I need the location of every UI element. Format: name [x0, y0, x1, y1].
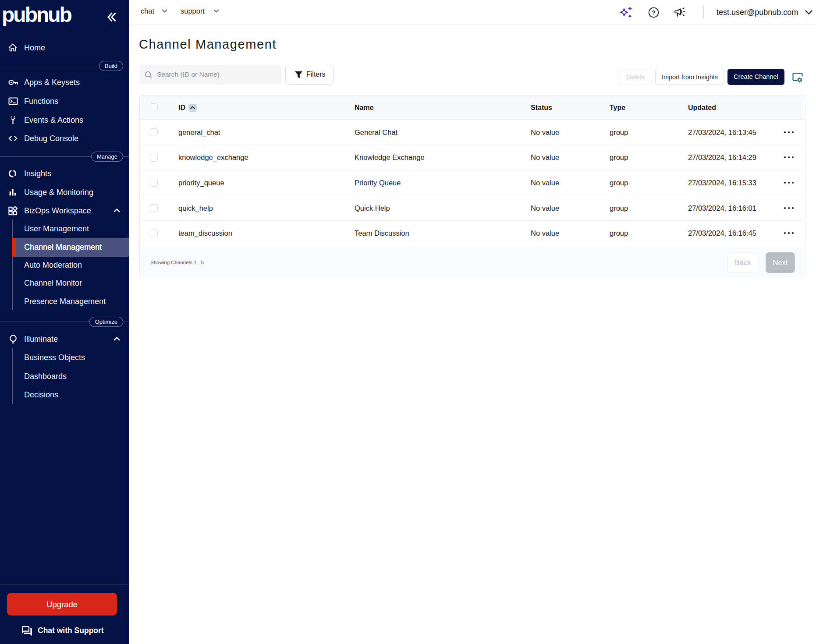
- svg-text:?: ?: [652, 9, 656, 16]
